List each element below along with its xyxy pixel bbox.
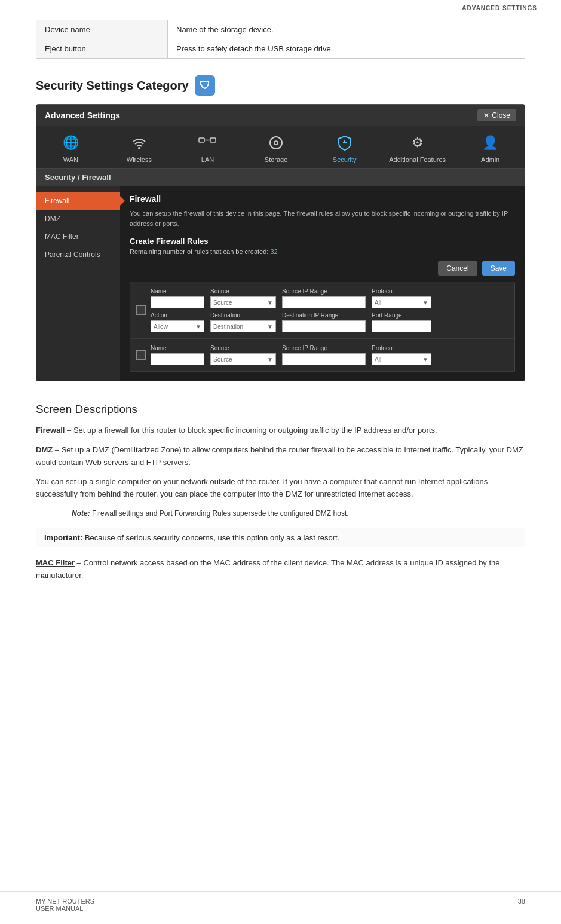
action-select[interactable]: Allow ▼ xyxy=(151,320,204,332)
table-row: Eject button Press to safely detach the … xyxy=(36,39,525,59)
security-icon xyxy=(334,132,355,154)
source-select[interactable]: Source ▼ xyxy=(210,296,276,308)
protocol-label: Protocol xyxy=(372,288,431,295)
protocol-select-2[interactable]: All ▼ xyxy=(372,353,431,365)
nav-label-wan: WAN xyxy=(63,156,78,163)
dialog-title: Advanced Settings xyxy=(45,111,120,120)
footer-left: MY NET ROUTERS USER MANUAL xyxy=(36,898,94,912)
mac-filter-text: Control network access based on the MAC … xyxy=(36,558,500,580)
sidebar-item-wan[interactable]: 🌐 WAN xyxy=(47,132,94,163)
svg-rect-2 xyxy=(210,138,216,142)
source-ip-input-2[interactable] xyxy=(282,353,366,365)
nav-label-security: Security xyxy=(333,156,357,163)
page-header: ADVANCED SETTINGS xyxy=(0,0,561,14)
source-field-group-2: Source Source ▼ xyxy=(210,345,276,365)
source-label: Source xyxy=(210,288,276,295)
name-field-group-2: Name xyxy=(151,345,204,365)
breadcrumb: Security / Firewall xyxy=(36,169,525,186)
table-cell-value: Press to safely detach the USB storage d… xyxy=(168,39,525,59)
page-footer: MY NET ROUTERS USER MANUAL 38 xyxy=(0,891,561,918)
rule-checkbox-1[interactable] xyxy=(136,305,146,315)
dialog-body: Firewall DMZ MAC Filter Parental Control… xyxy=(36,186,525,381)
dmz-extra-text: You can set up a single computer on your… xyxy=(36,476,525,501)
source-field-group: Source Source ▼ xyxy=(210,288,276,308)
svg-rect-1 xyxy=(199,138,204,142)
screen-descriptions-title: Screen Descriptions xyxy=(36,403,525,416)
nav-label-additional: Additional Features xyxy=(389,156,446,163)
rule-row-2: Name Source Source ▼ xyxy=(130,339,514,372)
nav-label-storage: Storage xyxy=(265,156,288,163)
svg-point-0 xyxy=(138,147,140,149)
action-field-group: Action Allow ▼ xyxy=(151,312,204,332)
name-input[interactable] xyxy=(151,296,204,308)
sidebar-menu-mac-filter[interactable]: MAC Filter xyxy=(36,228,120,246)
dmz-description: DMZ – Set up a DMZ (Demilitarized Zone) … xyxy=(36,444,525,469)
create-rules-title: Create Firewall Rules xyxy=(130,237,515,246)
save-button[interactable]: Save xyxy=(482,261,515,276)
rule-row-1: Name Source Source ▼ xyxy=(130,282,514,339)
lan-icon xyxy=(197,132,218,154)
sidebar-item-security[interactable]: Security xyxy=(321,132,369,163)
destination-field-group: Destination Destination ▼ xyxy=(210,312,276,332)
table-cell-label: Eject button xyxy=(36,39,168,59)
note-text: Firewall settings and Port Forwarding Ru… xyxy=(92,509,349,518)
device-info-table: Device name Name of the storage device. … xyxy=(36,20,525,59)
footer-page-number: 38 xyxy=(518,898,525,912)
wireless-icon xyxy=(128,132,150,154)
source-ip-label: Source IP Range xyxy=(282,288,366,295)
sidebar-item-lan[interactable]: LAN xyxy=(183,132,231,163)
destination-select[interactable]: Destination ▼ xyxy=(210,320,276,332)
dialog-sidebar: Firewall DMZ MAC Filter Parental Control… xyxy=(36,186,120,381)
table-row: Device name Name of the storage device. xyxy=(36,20,525,39)
name-input-2[interactable] xyxy=(151,353,204,365)
firewall-description: Firewall – Set up a firewall for this ro… xyxy=(36,424,525,437)
table-cell-value: Name of the storage device. xyxy=(168,20,525,39)
close-button[interactable]: ✕ Close xyxy=(477,109,516,121)
important-text: Because of serious security concerns, us… xyxy=(85,533,339,542)
section-title: Security Settings Category 🛡 xyxy=(36,75,525,96)
port-range-input[interactable] xyxy=(372,320,431,332)
additional-features-icon: ⚙ xyxy=(407,132,428,154)
sidebar-item-additional[interactable]: ⚙ Additional Features xyxy=(389,132,446,163)
dialog-titlebar: Advanced Settings ✕ Close xyxy=(36,105,525,126)
sidebar-menu-parental-controls[interactable]: Parental Controls xyxy=(36,246,120,264)
dest-ip-input[interactable] xyxy=(282,320,366,332)
sidebar-item-storage[interactable]: Storage xyxy=(252,132,300,163)
firewall-rules-area: Name Source Source ▼ xyxy=(130,282,515,372)
source-label-2: Source xyxy=(210,345,276,351)
dest-ip-field-group: Destination IP Range xyxy=(282,312,366,332)
remaining-text: Remaining number of rules that can be cr… xyxy=(130,248,515,255)
sidebar-item-admin[interactable]: 👤 Admin xyxy=(467,132,514,163)
nav-label-admin: Admin xyxy=(481,156,499,163)
name-label-2: Name xyxy=(151,345,204,351)
cancel-button[interactable]: Cancel xyxy=(438,261,477,276)
shield-plus-icon: 🛡 xyxy=(195,75,215,96)
close-x-icon: ✕ xyxy=(483,111,489,120)
important-block: Important: Because of serious security c… xyxy=(36,528,525,547)
svg-point-5 xyxy=(274,141,278,145)
protocol-select[interactable]: All ▼ xyxy=(372,296,431,308)
protocol-label-2: Protocol xyxy=(372,345,431,351)
note-block: Note: Firewall settings and Port Forward… xyxy=(72,508,525,519)
port-range-field-group: Port Range xyxy=(372,312,431,332)
source-ip-input[interactable] xyxy=(282,296,366,308)
action-label: Action xyxy=(151,312,204,319)
source-select-2[interactable]: Source ▼ xyxy=(210,353,276,365)
sidebar-menu-firewall[interactable]: Firewall xyxy=(36,192,120,210)
firewall-term: Firewall xyxy=(36,426,65,435)
sidebar-menu-dmz[interactable]: DMZ xyxy=(36,210,120,228)
table-cell-label: Device name xyxy=(36,20,168,39)
advanced-settings-dialog: Advanced Settings ✕ Close 🌐 WAN xyxy=(36,104,525,381)
nav-label-wireless: Wireless xyxy=(127,156,152,163)
important-label: Important: xyxy=(44,533,82,542)
source-ip-label-2: Source IP Range xyxy=(282,345,366,351)
name-field-group: Name xyxy=(151,288,204,308)
panel-description: You can setup the firewall of this devic… xyxy=(130,209,515,228)
note-label: Note: xyxy=(72,509,90,518)
mac-filter-term: MAC Filter xyxy=(36,558,75,567)
protocol-field-group: Protocol All ▼ xyxy=(372,288,431,308)
rule-checkbox-2[interactable] xyxy=(136,350,146,360)
sidebar-item-wireless[interactable]: Wireless xyxy=(115,132,163,163)
name-label: Name xyxy=(151,288,204,295)
section-title-text: Security Settings Category xyxy=(36,79,189,93)
